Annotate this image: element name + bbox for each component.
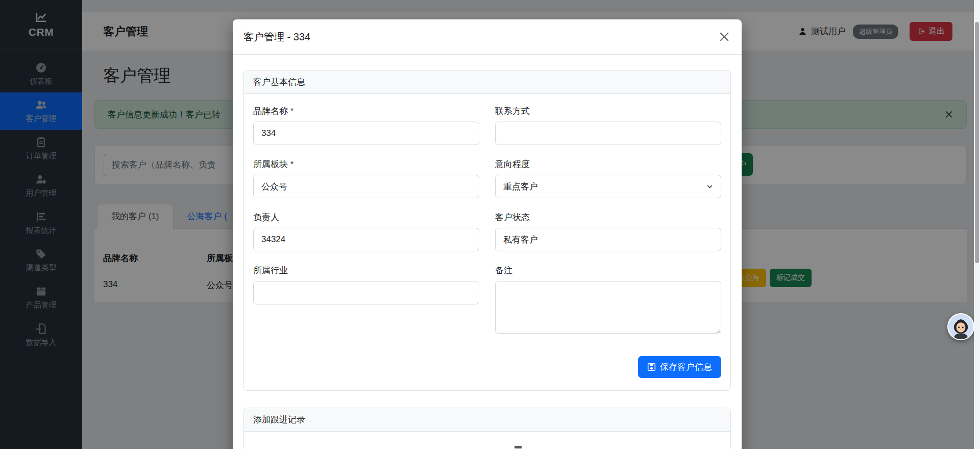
clipped-text-fragment [514, 446, 522, 448]
remark-label: 备注 [495, 265, 721, 276]
intention-select[interactable]: 重点客户 [495, 175, 721, 198]
status-input[interactable] [495, 228, 721, 251]
section-label: 所属板块 * [253, 158, 479, 170]
followup-card-body [244, 432, 730, 449]
brand-label: 品牌名称 * [253, 105, 479, 117]
save-button-label: 保存客户信息 [660, 361, 712, 373]
intention-selected-value: 重点客户 [503, 181, 538, 193]
followup-card: 添加跟进记录 [243, 408, 731, 449]
contact-label: 联系方式 [495, 105, 721, 117]
modal-close-icon[interactable] [718, 30, 731, 43]
basic-info-card: 客户基本信息 品牌名称 * 联系方式 所属板块 * [243, 70, 731, 391]
customer-edit-modal: 客户管理 - 334 客户基本信息 品牌名称 * 联系方式 [233, 19, 742, 449]
status-label: 客户状态 [495, 211, 721, 223]
basic-info-card-body: 品牌名称 * 联系方式 所属板块 * 意向程度 [244, 94, 730, 390]
owner-label: 负责人 [253, 211, 479, 223]
field-contact: 联系方式 [495, 105, 721, 145]
contact-input[interactable] [495, 122, 721, 145]
scrollbar-track[interactable] [974, 0, 980, 449]
app-root: CRM 仪表板 客户管理 [0, 0, 980, 449]
section-input[interactable] [253, 175, 479, 198]
girl-avatar-icon [948, 314, 973, 339]
save-customer-button[interactable]: 保存客户信息 [638, 356, 721, 378]
modal-title: 客户管理 - 334 [243, 30, 310, 44]
customer-form: 品牌名称 * 联系方式 所属板块 * 意向程度 [253, 105, 721, 336]
save-icon [647, 363, 656, 371]
remark-textarea[interactable] [495, 281, 721, 334]
modal-header: 客户管理 - 334 [233, 19, 742, 55]
field-intention: 意向程度 重点客户 [495, 158, 721, 198]
intention-label: 意向程度 [495, 158, 721, 170]
field-status: 客户状态 [495, 211, 721, 251]
brand-input[interactable] [253, 122, 479, 145]
scrollbar-thumb[interactable] [975, 22, 979, 263]
field-remark: 备注 [495, 265, 721, 336]
industry-label: 所属行业 [253, 265, 479, 276]
field-industry: 所属行业 [253, 265, 479, 336]
field-section: 所属板块 * [253, 158, 479, 198]
followup-card-title: 添加跟进记录 [244, 408, 730, 432]
modal-body: 客户基本信息 品牌名称 * 联系方式 所属板块 * [233, 55, 742, 449]
save-row: 保存客户信息 [253, 356, 721, 378]
assistant-avatar[interactable] [947, 313, 974, 340]
field-brand: 品牌名称 * [253, 105, 479, 145]
owner-input[interactable] [253, 228, 479, 251]
industry-input[interactable] [253, 281, 479, 304]
basic-info-card-title: 客户基本信息 [244, 70, 730, 94]
field-owner: 负责人 [253, 211, 479, 251]
chevron-down-icon [706, 183, 714, 191]
